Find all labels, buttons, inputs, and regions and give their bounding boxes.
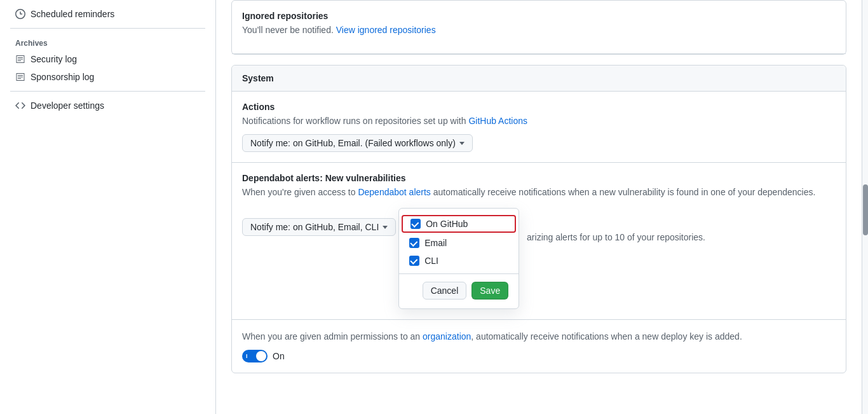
deploy-key-toggle[interactable]: I (242, 350, 268, 362)
github-actions-link[interactable]: GitHub Actions (468, 116, 527, 126)
dependabot-title: Dependabot alerts: New vulnerabilities (242, 173, 836, 183)
dropdown-item-cli[interactable]: CLI (399, 252, 519, 270)
view-ignored-repos-link[interactable]: View ignored repositories (336, 25, 436, 35)
toggle-on-label: I (246, 353, 248, 359)
archives-section-label: Archives (10, 34, 205, 50)
log-icon-security (15, 54, 25, 64)
actions-dropdown-chevron (459, 142, 465, 145)
ignored-repos-desc: You'll never be notified. View ignored r… (242, 24, 836, 37)
scheduled-reminders-label: Scheduled reminders (31, 9, 114, 19)
sidebar-divider-2 (10, 91, 205, 92)
cli-checkbox[interactable] (409, 256, 419, 266)
sponsorship-log-label: Sponsorship log (31, 72, 94, 82)
dependabot-notify-dropdown[interactable]: Notify me: on GitHub, Email, CLI (242, 218, 396, 236)
sidebar: Scheduled reminders Archives Security lo… (0, 0, 216, 414)
email-checkbox[interactable] (409, 238, 419, 248)
cancel-button[interactable]: Cancel (423, 282, 467, 300)
ignored-repos-title: Ignored repositories (242, 11, 836, 21)
actions-row: Actions Notifications for workflow runs … (232, 92, 846, 163)
system-section-card: System Actions Notifications for workflo… (231, 65, 846, 373)
deploy-key-desc: When you are given admin permissions to … (242, 330, 836, 343)
deploy-key-row: When you are given admin permissions to … (232, 320, 846, 373)
toggle-status-text: On (273, 351, 285, 361)
scrollbar-thumb[interactable] (863, 184, 868, 235)
actions-desc: Notifications for workflow runs on repos… (242, 114, 836, 128)
popup-actions: Cancel Save (399, 278, 519, 303)
popup-divider (399, 273, 519, 274)
organization-link[interactable]: organization (423, 331, 471, 342)
system-section-header: System (232, 66, 846, 92)
sidebar-divider-1 (10, 28, 205, 29)
dependabot-dropdown-chevron (383, 226, 388, 229)
ignored-repos-card: Ignored repositories You'll never be not… (231, 0, 846, 55)
window-scrollbar[interactable] (862, 0, 868, 414)
sidebar-item-scheduled-reminders[interactable]: Scheduled reminders (10, 5, 205, 23)
sidebar-item-sponsorship-log[interactable]: Sponsorship log (10, 68, 205, 86)
ignored-repos-section: Ignored repositories You'll never be not… (232, 1, 846, 54)
dependabot-row: Dependabot alerts: New vulnerabilities W… (232, 163, 846, 320)
on-github-checkbox[interactable] (410, 219, 421, 229)
dropdown-item-email[interactable]: Email (399, 234, 519, 252)
main-content: Ignored repositories You'll never be not… (216, 0, 862, 414)
developer-settings-label: Developer settings (31, 100, 104, 111)
sidebar-item-security-log[interactable]: Security log (10, 50, 205, 68)
dependabot-alerts-link[interactable]: Dependabot alerts (358, 187, 430, 197)
actions-title: Actions (242, 102, 836, 112)
actions-notify-dropdown[interactable]: Notify me: on GitHub, Email. (Failed wor… (242, 134, 473, 152)
clock-icon (15, 9, 25, 19)
dropdown-item-on-github[interactable]: On GitHub (402, 215, 516, 233)
toggle-knob (256, 351, 266, 361)
sidebar-item-developer-settings[interactable]: Developer settings (10, 97, 205, 114)
log-icon-sponsorship (15, 72, 25, 82)
code-icon (15, 100, 25, 111)
dependabot-desc: When you're given access to Dependabot a… (242, 186, 836, 199)
save-button[interactable]: Save (471, 282, 508, 300)
security-log-label: Security log (31, 54, 77, 64)
system-section-body: Actions Notifications for workflow runs … (232, 92, 846, 373)
dependabot-dropdown-popup: On GitHub Email CLI Cancel Save (398, 208, 519, 309)
dependabot-summary: arizing alerts for up to 10 of your repo… (527, 231, 705, 244)
deploy-key-toggle-row: I On (242, 350, 836, 362)
